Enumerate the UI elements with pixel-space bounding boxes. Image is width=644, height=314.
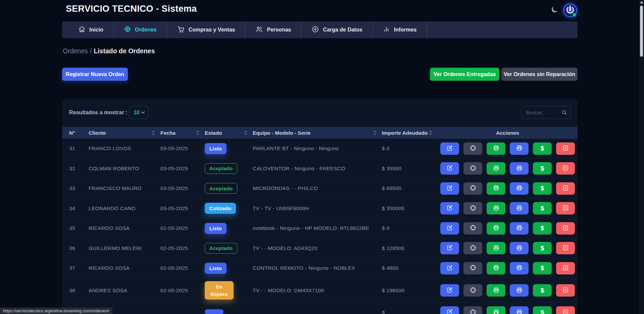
nav-item-carga-datos[interactable]: Carga de Datos	[301, 21, 373, 38]
delete-order-button[interactable]	[556, 306, 575, 314]
column-header-estado[interactable]: Estado	[205, 130, 253, 136]
edit-icon	[446, 185, 453, 192]
nav-item-inicio[interactable]: Inicio	[68, 21, 114, 38]
vertical-scrollbar[interactable]	[639, 0, 644, 314]
print-ticket-button[interactable]	[510, 202, 529, 214]
edit-icon	[446, 145, 453, 152]
printer-icon	[493, 144, 500, 152]
track-order-button[interactable]	[463, 262, 482, 274]
edit-order-button[interactable]	[440, 222, 459, 235]
column-header-equipo[interactable]: Equipo - Modelo - Serie	[253, 130, 382, 136]
delete-order-button[interactable]	[556, 222, 575, 235]
printer-icon	[493, 165, 500, 173]
order-date: 02-05-2025	[160, 265, 205, 271]
edit-order-button[interactable]	[440, 142, 459, 155]
scrollbar-thumb[interactable]	[640, 6, 643, 57]
print-ticket-button[interactable]	[510, 162, 529, 175]
payments-button[interactable]: $	[533, 284, 552, 297]
edit-order-button[interactable]	[440, 242, 459, 254]
payments-button[interactable]: $	[533, 222, 552, 235]
print-order-button[interactable]	[487, 182, 505, 195]
delete-order-button[interactable]	[556, 262, 575, 274]
payments-button[interactable]: $	[533, 262, 552, 274]
edit-order-button[interactable]	[440, 306, 459, 314]
target-icon	[469, 244, 477, 252]
print-ticket-button[interactable]	[510, 182, 529, 195]
edit-order-button[interactable]	[440, 182, 459, 195]
column-header-fecha[interactable]: Fecha	[160, 130, 205, 136]
delete-order-button[interactable]	[556, 162, 575, 175]
column-header-cliente[interactable]: Cliente	[89, 130, 160, 136]
nav-item-compras-ventas[interactable]: Compras y Ventas	[167, 21, 246, 38]
nav-item-label: Informes	[394, 27, 417, 33]
track-order-button[interactable]	[463, 306, 482, 314]
edit-order-button[interactable]	[440, 262, 459, 274]
printer-icon	[493, 204, 500, 212]
print-ticket-button[interactable]	[510, 306, 529, 314]
breadcrumb-parent[interactable]: Ordenes	[63, 47, 88, 55]
scroll-up-arrow-icon[interactable]	[640, 1, 643, 3]
power-button[interactable]	[563, 3, 577, 17]
track-order-button[interactable]	[463, 162, 482, 175]
register-new-order-button[interactable]: Registrar Nueva Orden	[62, 68, 128, 81]
search-input[interactable]	[522, 110, 561, 116]
payments-button[interactable]: $	[533, 242, 552, 254]
edit-order-button[interactable]	[440, 162, 459, 175]
row-actions: $	[438, 306, 578, 314]
track-order-button[interactable]	[463, 284, 482, 297]
target-icon	[469, 264, 477, 272]
delete-order-button[interactable]	[556, 142, 575, 155]
print-ticket-button[interactable]	[510, 284, 529, 297]
nav-item-personas[interactable]: Personas	[245, 21, 301, 38]
status-badge: Aceptado	[205, 163, 237, 174]
print-order-button[interactable]	[487, 222, 505, 235]
view-orders-without-repair-button[interactable]: Ver Ordenes sin Reparación	[501, 68, 578, 81]
payments-button[interactable]: $	[533, 182, 552, 195]
view-delivered-orders-button[interactable]: Ver Ordenes Entregadas	[430, 68, 499, 81]
track-order-button[interactable]	[463, 222, 482, 235]
delete-order-button[interactable]	[556, 242, 575, 254]
cart-icon	[177, 25, 185, 35]
nav-item-ordenes[interactable]: Ordenes	[114, 21, 167, 38]
track-order-button[interactable]	[463, 182, 482, 195]
delete-order-button[interactable]	[556, 182, 575, 195]
edit-order-button[interactable]	[440, 202, 459, 214]
payments-button[interactable]: $	[533, 306, 552, 314]
delete-order-button[interactable]	[556, 284, 575, 297]
table-row: 38 ANDRES SOSA 02-05-2025 En Espera TV -…	[62, 278, 578, 303]
page-size-select[interactable]: 10	[129, 106, 148, 119]
dollar-icon: $	[541, 165, 544, 172]
print-order-button[interactable]	[487, 284, 505, 297]
print-order-button[interactable]	[487, 142, 505, 155]
theme-toggle-button[interactable]	[550, 5, 559, 15]
print-order-button[interactable]	[487, 242, 505, 254]
orders-table-body: 31 FRANCO LOVOS 03-05-2025 Listo PARLANT…	[62, 139, 578, 314]
payments-button[interactable]: $	[533, 202, 552, 214]
payments-button[interactable]: $	[533, 162, 552, 175]
printer-icon	[516, 224, 523, 232]
print-ticket-button[interactable]	[510, 242, 529, 254]
print-order-button[interactable]	[487, 162, 505, 175]
track-order-button[interactable]	[463, 142, 482, 155]
order-number: 32	[62, 166, 89, 172]
track-order-button[interactable]	[463, 202, 482, 214]
print-order-button[interactable]	[487, 306, 505, 314]
print-ticket-button[interactable]	[510, 222, 529, 235]
edit-order-button[interactable]	[440, 284, 459, 297]
printer-icon	[516, 144, 523, 152]
print-ticket-button[interactable]	[510, 262, 529, 274]
column-header-importe[interactable]: Importe Adeudado	[382, 130, 438, 136]
order-equipment: CONTROL REMOTO - Ninguno - NOBLEX	[253, 265, 382, 271]
status-badge	[205, 309, 224, 314]
delete-order-button[interactable]	[556, 202, 575, 214]
print-ticket-button[interactable]	[510, 142, 529, 155]
target-icon	[469, 165, 477, 173]
printer-icon	[493, 287, 500, 295]
order-client: COLMAN ROBERTO	[89, 166, 160, 172]
dollar-icon: $	[541, 145, 544, 152]
print-order-button[interactable]	[487, 262, 505, 274]
nav-item-informes[interactable]: Informes	[373, 21, 427, 38]
track-order-button[interactable]	[463, 242, 482, 254]
payments-button[interactable]: $	[533, 142, 552, 155]
print-order-button[interactable]	[487, 202, 505, 214]
